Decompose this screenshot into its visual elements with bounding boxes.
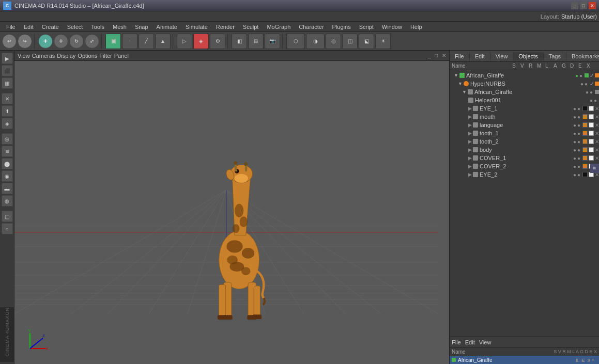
- wax-tool-button[interactable]: ◍: [2, 195, 13, 207]
- menu-window[interactable]: Window: [378, 23, 406, 31]
- attr-tab-edit[interactable]: Edit: [465, 339, 475, 345]
- grab-tool-button[interactable]: ◉: [2, 170, 13, 182]
- window-controls[interactable]: _ □ ✕: [571, 2, 596, 9]
- tree-item-cover1[interactable]: ▶ COVER_1 ● ● ✕: [450, 154, 599, 162]
- erase-tool-button[interactable]: ○: [2, 223, 13, 234]
- edge-mode-button[interactable]: ╱: [139, 34, 154, 49]
- viewport-menu-options[interactable]: Options: [78, 53, 97, 59]
- effect1-button[interactable]: ⬡: [286, 34, 305, 49]
- tree-mat-eye2: [582, 172, 588, 177]
- select-tool-button[interactable]: ▶: [2, 53, 13, 64]
- menu-edit[interactable]: Edit: [20, 23, 38, 31]
- tree-item-eye2[interactable]: ▶ EYE_2 ● ● ✕: [450, 170, 599, 179]
- menu-file[interactable]: File: [2, 23, 20, 31]
- rp-tab-bookmarks[interactable]: Bookmarks: [566, 52, 599, 60]
- maximize-button[interactable]: □: [580, 2, 587, 9]
- paint-tool-button[interactable]: ◫: [2, 211, 13, 222]
- effect2-button[interactable]: ◑: [306, 34, 325, 49]
- effect4-button[interactable]: ◫: [342, 34, 358, 49]
- viewport-menu-display[interactable]: Display: [57, 53, 75, 59]
- menu-mograph[interactable]: MoGraph: [263, 23, 295, 31]
- tree-arrow[interactable]: ▼: [454, 73, 458, 78]
- attr-tab-view[interactable]: View: [479, 339, 492, 345]
- render-button[interactable]: ◈: [193, 34, 209, 49]
- extrude-tool-button[interactable]: ⬆: [2, 105, 13, 117]
- object-tool-button[interactable]: ⬛: [2, 65, 13, 76]
- minimize-button[interactable]: _: [571, 2, 578, 9]
- display-mode-button[interactable]: ◧: [232, 34, 247, 49]
- point-mode-button[interactable]: ·: [122, 34, 137, 49]
- svg-point-40: [226, 240, 242, 252]
- brush-tool-button[interactable]: ⬤: [2, 158, 13, 169]
- bevel-tool-button[interactable]: ◈: [2, 118, 13, 129]
- move-button[interactable]: ✛: [54, 34, 68, 49]
- viewport-maximize-button[interactable]: □: [435, 53, 438, 58]
- menu-snap[interactable]: Snap: [131, 23, 152, 31]
- viewport-close-button[interactable]: ✕: [442, 53, 446, 58]
- giraffe-model: [195, 152, 288, 323]
- flatten-tool-button[interactable]: ▬: [2, 183, 13, 194]
- viewport-menu-filter[interactable]: Filter: [99, 53, 112, 59]
- viewport[interactable]: Perspective: [14, 61, 449, 364]
- tree-item-helper001[interactable]: Helper001 ● ●: [450, 96, 599, 104]
- menu-create[interactable]: Create: [38, 23, 63, 31]
- render-settings-button[interactable]: ⚙: [210, 34, 225, 49]
- tree-item-mouth[interactable]: ▶ mouth ● ● ✕: [450, 113, 599, 121]
- rp-tab-tags[interactable]: Tags: [544, 52, 566, 60]
- menu-mesh[interactable]: Mesh: [109, 23, 131, 31]
- close-button[interactable]: ✕: [589, 2, 596, 9]
- tree-arrow-child[interactable]: ▼: [462, 89, 467, 94]
- texture-tool-button[interactable]: ▦: [2, 77, 13, 89]
- tree-item-tooth2[interactable]: ▶ tooth_2 ● ● ✕: [450, 137, 599, 146]
- tree-item-eye1[interactable]: ▶ EYE_1 ● ● ✕: [450, 104, 599, 113]
- menu-animate[interactable]: Animate: [152, 23, 181, 31]
- camera-button[interactable]: 📷: [265, 34, 280, 49]
- tree-arrow-nurbs[interactable]: ▼: [458, 81, 463, 86]
- menu-select[interactable]: Select: [63, 23, 87, 31]
- scene-tree[interactable]: ▼ African_Giraffe ● ● ✓ ▼ HyperNURBS ●: [450, 70, 599, 337]
- tree-item-hypernurbs[interactable]: ▼ HyperNURBS ● ● ✓: [450, 80, 599, 88]
- viewport-minimize-button[interactable]: _: [427, 53, 431, 58]
- magnet-tool-button[interactable]: ◎: [2, 133, 13, 145]
- menu-plugins[interactable]: Plugins: [328, 23, 355, 31]
- menu-sculpt[interactable]: Sculpt: [239, 23, 263, 31]
- menu-character[interactable]: Character: [295, 23, 328, 31]
- effect6-button[interactable]: ☀: [375, 34, 391, 49]
- viewport-menu-view[interactable]: View: [18, 53, 30, 59]
- polygon-mode-button[interactable]: ▲: [155, 34, 171, 49]
- viewport-toolbar: View Cameras Display Options Filter Pane…: [14, 51, 449, 61]
- sidebar-label[interactable]: ≡: [590, 164, 599, 173]
- rp-tab-view[interactable]: View: [490, 52, 514, 60]
- menu-render[interactable]: Render: [212, 23, 239, 31]
- rotate-button[interactable]: ↻: [69, 34, 84, 49]
- menu-script[interactable]: Script: [355, 23, 378, 31]
- knife-tool-button[interactable]: ✕: [2, 93, 13, 104]
- menu-help[interactable]: Help: [406, 23, 426, 31]
- tree-item-african-giraffe-root[interactable]: ▼ African_Giraffe ● ● ✓: [450, 71, 599, 80]
- effect5-button[interactable]: ⬕: [359, 34, 374, 49]
- live-selection-button[interactable]: ✛: [38, 34, 53, 49]
- render-view-button[interactable]: ▷: [177, 34, 192, 49]
- undo-button[interactable]: ↩: [2, 34, 17, 49]
- object-mode-button[interactable]: ▣: [105, 34, 121, 49]
- rp-tab-edit[interactable]: Edit: [470, 52, 490, 60]
- tree-item-cover2[interactable]: ▶ COVER_2 ● ● ✕: [450, 162, 599, 170]
- tree-name-helper: Helper001: [475, 97, 590, 103]
- tree-item-body[interactable]: ▶ body ● ● ✕: [450, 146, 599, 154]
- smooth-tool-button[interactable]: ≋: [2, 146, 13, 157]
- tree-item-african-giraffe-child[interactable]: ▼ African_Giraffe ● ●: [450, 88, 599, 96]
- scale-button[interactable]: ⤢: [85, 34, 99, 49]
- rp-tab-objects[interactable]: Objects: [513, 52, 543, 60]
- effect3-button[interactable]: ◎: [326, 34, 341, 49]
- viewport-menu-cameras[interactable]: Cameras: [32, 53, 55, 59]
- menu-simulate[interactable]: Simulate: [181, 23, 212, 31]
- tree-mat2-cover1: [589, 155, 594, 161]
- viewport-menu-panel[interactable]: Panel: [114, 53, 129, 59]
- rp-tab-file[interactable]: File: [450, 52, 470, 60]
- tree-item-tooth1[interactable]: ▶ tooth_1 ● ● ✕: [450, 129, 599, 137]
- attr-tab-file[interactable]: File: [452, 339, 461, 345]
- tree-item-language[interactable]: ▶ language ● ● ✕: [450, 121, 599, 129]
- editor-view-button[interactable]: ⊞: [248, 34, 264, 49]
- menu-tools[interactable]: Tools: [87, 23, 109, 31]
- redo-button[interactable]: ↪: [18, 34, 32, 49]
